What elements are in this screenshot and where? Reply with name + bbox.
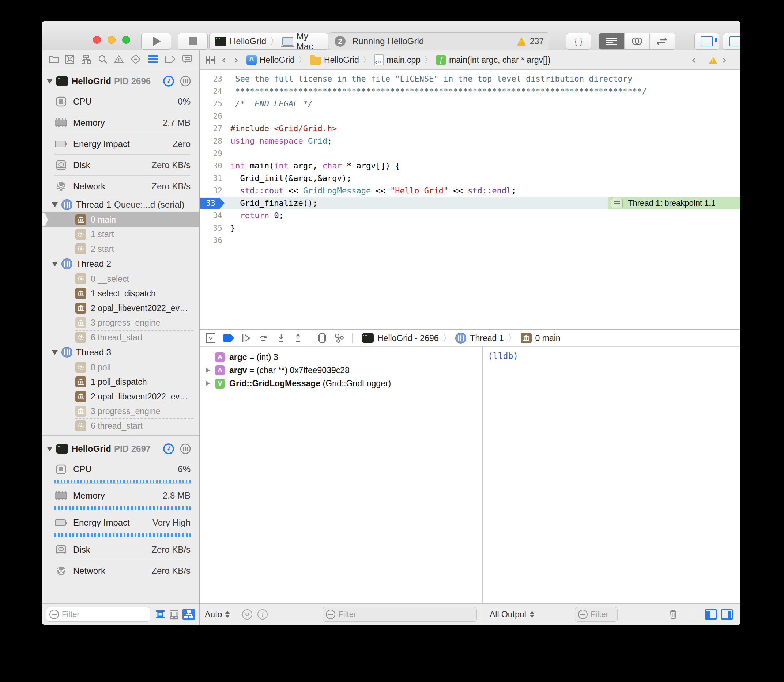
disclosure-triangle-icon[interactable]: [52, 350, 58, 355]
thread-header[interactable]: Thread 3: [42, 345, 199, 360]
code-line[interactable]: 31 Grid_init(&argc,&argv);: [200, 172, 741, 185]
assistant-editor-button[interactable]: [624, 33, 650, 49]
quick-look-icon[interactable]: [242, 609, 252, 620]
show-frames-with-debug-symbols-button[interactable]: [155, 609, 166, 620]
line-number[interactable]: 31: [200, 172, 230, 185]
toggle-console-view-icon[interactable]: [721, 609, 733, 620]
process-stat-row-disk[interactable]: Disk Zero KB/s: [42, 539, 199, 560]
line-number[interactable]: 23: [200, 73, 230, 85]
variable-row[interactable]: V Grid::GridLogMessage (Grid::GridLogger…: [200, 377, 482, 390]
breakpoint-navigator-icon[interactable]: [164, 55, 176, 63]
stack-frame-row[interactable]: 2 opal_libevent2022_ev…: [42, 301, 199, 316]
code-line[interactable]: 34 return 0;: [200, 209, 741, 222]
thread-header[interactable]: Thread 1 Queue:...d (serial): [42, 197, 199, 212]
debug-crumb-process[interactable]: HelloGrid - 2696: [377, 333, 438, 343]
stack-frame-row[interactable]: 0 __select: [42, 272, 199, 286]
breakpoints-toggle-icon[interactable]: [223, 335, 234, 342]
related-items-icon[interactable]: [206, 55, 215, 65]
code-line[interactable]: 28 using namespace Grid;: [200, 135, 741, 147]
breadcrumb-group[interactable]: HelloGrid: [324, 55, 359, 65]
go-back-button[interactable]: ‹: [222, 54, 226, 65]
issue-navigator-icon[interactable]: [114, 54, 124, 64]
line-number[interactable]: 25: [200, 97, 230, 110]
line-number[interactable]: 28: [200, 135, 230, 147]
process-stat-row-energy-impact[interactable]: Energy Impact Zero: [42, 134, 199, 155]
continue-icon[interactable]: [241, 333, 251, 343]
line-number[interactable]: 24: [200, 85, 230, 97]
zoom-window-button[interactable]: [122, 36, 130, 44]
debug-crumb-thread[interactable]: Thread 1: [470, 333, 503, 343]
thread-view-icon[interactable]: [180, 443, 191, 455]
stack-frame-row[interactable]: 0 main: [42, 212, 199, 227]
stack-frame-row[interactable]: 3 progress_engine: [42, 316, 199, 330]
code-line[interactable]: 25 /* END LEGAL */: [200, 97, 741, 110]
toggle-navigator-button[interactable]: [695, 33, 719, 50]
stack-frame-row[interactable]: 1 select_dispatch: [42, 286, 199, 301]
process-stat-row-disk[interactable]: Disk Zero KB/s: [42, 155, 199, 176]
disclosure-triangle-icon[interactable]: [206, 381, 210, 386]
stack-frame-row[interactable]: 1 poll_dispatch: [42, 374, 199, 389]
code-line[interactable]: 29: [200, 147, 741, 160]
breadcrumb-project[interactable]: HelloGrid: [260, 55, 295, 65]
next-issue-button[interactable]: ›: [722, 54, 727, 65]
version-editor-button[interactable]: [650, 33, 675, 49]
code-snippets-button[interactable]: { }: [566, 33, 591, 50]
variable-row[interactable]: A argc = (int) 3: [200, 351, 482, 364]
console-view[interactable]: (lldb): [483, 347, 741, 604]
stack-frame-row[interactable]: 0 poll: [42, 360, 199, 374]
clear-console-icon[interactable]: [669, 609, 678, 620]
stop-button[interactable]: [178, 33, 208, 50]
code-line[interactable]: 35 }: [200, 222, 741, 234]
debug-view-hierarchy-icon[interactable]: [318, 333, 327, 343]
test-navigator-icon[interactable]: [131, 54, 141, 64]
standard-editor-button[interactable]: [599, 33, 624, 49]
console-filter-input[interactable]: Filter: [575, 607, 618, 622]
variable-row[interactable]: A argv = (char **) 0x7ffee9039c28: [200, 364, 482, 377]
find-navigator-icon[interactable]: [98, 54, 107, 64]
debug-memory-graph-icon[interactable]: [334, 333, 345, 343]
stack-frame-row[interactable]: 3 progress_engine: [42, 404, 199, 419]
code-line[interactable]: 24 *************************************…: [200, 85, 741, 97]
show-crashed-threads-button[interactable]: [169, 609, 180, 620]
stack-frame-row[interactable]: 2 start: [42, 242, 199, 256]
thread-header[interactable]: Thread 2: [42, 256, 199, 272]
variables-scope-selector[interactable]: Auto: [205, 610, 230, 620]
code-line[interactable]: 26: [200, 110, 741, 123]
variables-filter-input[interactable]: Filter: [323, 607, 477, 622]
activity-viewer[interactable]: 2 Running HelloGrid 237: [329, 32, 549, 51]
view-process-by-button[interactable]: [182, 609, 195, 620]
annotation-menu-icon[interactable]: [611, 198, 623, 208]
breakpoint-annotation[interactable]: Thread 1: breakpoint 1.1: [608, 197, 741, 209]
line-number[interactable]: 26: [200, 110, 230, 123]
process-header[interactable]: HelloGrid PID 2697: [42, 439, 199, 459]
navigator-filter-input[interactable]: Filter: [46, 607, 150, 622]
symbol-navigator-icon[interactable]: [81, 54, 91, 64]
source-editor[interactable]: 23 See the full license in the file "LIC…: [200, 70, 741, 329]
line-number[interactable]: 30: [200, 160, 230, 172]
process-stat-row-cpu[interactable]: CPU 6%: [42, 459, 199, 480]
disclosure-triangle-icon[interactable]: [47, 447, 53, 451]
code-line-breakpoint[interactable]: 33 Grid_finalize(); Thread 1: breakpoint…: [200, 197, 741, 209]
debug-navigator-icon[interactable]: [147, 54, 158, 64]
previous-issue-button[interactable]: ‹: [691, 54, 696, 65]
line-number[interactable]: 32: [200, 185, 230, 197]
step-into-icon[interactable]: [276, 333, 286, 343]
disclosure-triangle-icon[interactable]: [47, 79, 53, 84]
line-number[interactable]: 27: [200, 123, 230, 135]
line-number[interactable]: 36: [200, 234, 230, 247]
line-number[interactable]: 35: [200, 222, 230, 234]
process-stat-row-energy-impact[interactable]: Energy Impact Very High: [42, 512, 199, 533]
step-out-icon[interactable]: [293, 333, 303, 343]
process-stat-row-cpu[interactable]: CPU 0%: [42, 91, 199, 112]
step-over-icon[interactable]: [258, 333, 269, 343]
code-line[interactable]: 36: [200, 234, 741, 247]
process-stat-row-network[interactable]: Network Zero KB/s: [42, 560, 199, 582]
stack-frame-row[interactable]: 6 thread_start: [42, 330, 199, 345]
breadcrumb-file[interactable]: main.cpp: [386, 55, 420, 65]
stack-frame-row[interactable]: 1 start: [42, 227, 199, 242]
scheme-selector[interactable]: HelloGrid 〉 My Mac: [209, 33, 328, 50]
print-description-icon[interactable]: i: [257, 609, 268, 620]
toggle-variables-view-icon[interactable]: [705, 609, 717, 620]
source-control-navigator-icon[interactable]: [65, 54, 75, 64]
code-line[interactable]: 32 std::cout << GridLogMessage << "Hello…: [200, 185, 741, 197]
